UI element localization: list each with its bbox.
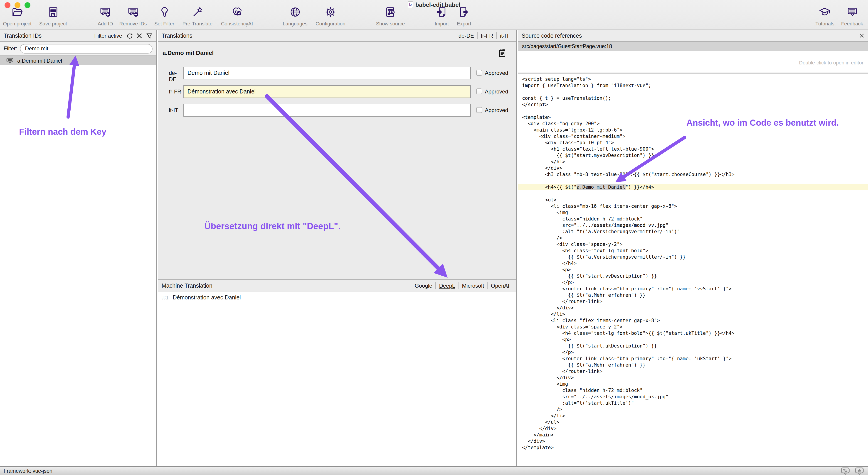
- panel-title: Translation IDs: [4, 32, 41, 39]
- pre-translate-button[interactable]: Pre-Translate: [183, 6, 213, 26]
- file-reference-row[interactable]: src/pages/start/GuestStartPage.vue:18: [518, 42, 868, 51]
- code-line: <h3 class="mb-8 text-blue-900">{{ $t("st…: [522, 171, 868, 177]
- code-line: <div class="container-medium">: [522, 133, 868, 139]
- code-line: />: [522, 235, 868, 241]
- code-line: </h4>: [522, 260, 868, 266]
- rate-app-icon[interactable]: [855, 467, 864, 475]
- code-line: class="hidden h-72 md:block": [522, 387, 868, 393]
- filter-input[interactable]: [20, 44, 153, 53]
- language-label: de-DE: [169, 70, 183, 82]
- set-filter-icon: [158, 12, 170, 20]
- code-line: <div class="space-y-2">: [522, 324, 868, 330]
- code-line: <p>: [522, 336, 868, 342]
- code-line: </p>: [522, 349, 868, 355]
- mt-result-row[interactable]: ⌘1 Démonstration avec Daniel: [161, 295, 241, 301]
- provider-tab-microsoft[interactable]: Microsoft: [459, 282, 487, 289]
- file-reference: src/pages/start/GuestStartPage.vue:18: [522, 43, 612, 49]
- add-id-button[interactable]: Add ID: [98, 6, 113, 26]
- tutorials-button[interactable]: Tutorials: [815, 6, 834, 26]
- show-source-button[interactable]: Show source: [376, 6, 405, 26]
- code-line: <router-link class="btn-primary" :to="{ …: [522, 355, 868, 362]
- consistency-ai-button[interactable]: ConsistencyAI: [221, 6, 253, 26]
- translation-input-fr-fr[interactable]: [183, 85, 471, 98]
- translation-input-it-it[interactable]: [183, 104, 471, 116]
- source-references-panel: Source code references src/pages/start/G…: [518, 30, 868, 466]
- annotation-deepl-note: Übersetzung direkt mit "DeepL".: [204, 221, 340, 231]
- remove-ids-button[interactable]: Remove IDs: [119, 6, 147, 26]
- translation-ids-panel: Translation IDs Filter active Filter: a.…: [0, 30, 157, 466]
- refresh-icon[interactable]: [126, 32, 132, 39]
- translations-header: Translations de-DEfr-FRit-IT: [158, 30, 516, 42]
- code-line: </div>: [522, 165, 868, 171]
- translation-input-de-de[interactable]: [183, 67, 471, 79]
- languages-icon: [289, 12, 301, 20]
- translation-status-icon[interactable]: [841, 467, 850, 475]
- add-id-icon: [99, 12, 112, 20]
- clear-filter-icon[interactable]: [136, 32, 143, 39]
- code-line: </template>: [522, 444, 868, 450]
- code-line: [522, 190, 868, 197]
- code-line: <li class="flex items-center gap-x-8">: [522, 317, 868, 324]
- toolbar-label: ConsistencyAI: [221, 21, 253, 26]
- languages-button[interactable]: Languages: [283, 6, 308, 26]
- code-line: [522, 107, 868, 114]
- feedback-icon: [846, 12, 858, 20]
- toolbar-label: Pre-Translate: [183, 21, 213, 26]
- provider-tab-deepl[interactable]: DeepL: [436, 282, 458, 289]
- filter-funnel-icon[interactable]: [146, 32, 153, 39]
- remove-ids-icon: [127, 12, 139, 20]
- provider-tab-google[interactable]: Google: [411, 282, 435, 289]
- notes-icon[interactable]: [498, 48, 506, 58]
- code-line: <img: [522, 209, 868, 215]
- framework-label: Framework: vue-json: [4, 468, 53, 474]
- code-line: <h4 class="text-lg font-bold">: [522, 247, 868, 253]
- export-button[interactable]: Export: [457, 6, 471, 26]
- pre-translate-icon: [191, 12, 204, 20]
- machine-translation-body: ⌘1 Démonstration avec Daniel: [158, 292, 516, 466]
- translations-panel: Translations de-DEfr-FRit-IT a.Demo mit …: [158, 30, 517, 466]
- code-viewer: <script setup lang="ts">import { useTran…: [518, 73, 868, 466]
- code-line: [522, 177, 868, 184]
- code-line: <h1 class="text-left text-blue-900">: [522, 146, 868, 152]
- code-line: </ul>: [522, 419, 868, 425]
- feedback-button[interactable]: Feedback: [841, 6, 863, 26]
- shortcut-badge: ⌘1: [161, 295, 169, 300]
- save-project-button[interactable]: Save project: [39, 6, 67, 26]
- language-tab-it-it[interactable]: it-IT: [497, 32, 513, 39]
- code-line: <div class="space-y-2">: [522, 241, 868, 247]
- set-filter-button[interactable]: Set Filter: [154, 6, 174, 26]
- annotation-source-note: Ansicht, wo im Code es benutzt wird.: [686, 118, 839, 128]
- document-icon: b: [408, 1, 413, 8]
- code-line: <h4 class="text-lg font-bold">{{ $t("sta…: [522, 330, 868, 336]
- code-line: {{ $t("a.Versicherungsvermittler/-in") }…: [522, 253, 868, 260]
- show-source-icon: [384, 12, 397, 20]
- configuration-icon: [324, 12, 337, 20]
- toolbar: b babel-edit.babel Open projectSave proj…: [0, 0, 868, 30]
- translation-row-it-it: it-IT Approved: [158, 104, 516, 116]
- toolbar-label: Configuration: [316, 21, 345, 26]
- translation-id-item[interactable]: a.Demo mit Daniel: [0, 56, 156, 65]
- code-line: <p>: [522, 266, 868, 273]
- code-line: </div>: [522, 304, 868, 311]
- import-button[interactable]: Import: [435, 6, 449, 26]
- provider-tab-openai[interactable]: OpenAI: [488, 282, 513, 289]
- language-tab-de-de[interactable]: de-DE: [455, 32, 477, 39]
- approved-checkbox[interactable]: [476, 89, 482, 94]
- close-panel-icon[interactable]: [859, 33, 864, 38]
- code-line: {{ $t("start.ukDescription") }}: [522, 342, 868, 349]
- approved-checkbox[interactable]: [476, 107, 482, 113]
- toolbar-label: Tutorials: [815, 21, 834, 26]
- code-line: src="../../assets/images/mood_vv.jpg": [522, 222, 868, 228]
- code-line: </li>: [522, 311, 868, 317]
- configuration-button[interactable]: Configuration: [316, 6, 345, 26]
- translation-ids-header: Translation IDs Filter active: [0, 30, 156, 42]
- code-line: import { useTranslation } from "i18next-…: [522, 82, 868, 89]
- entry-id-title: a.Demo mit Daniel: [162, 49, 214, 56]
- open-project-button[interactable]: Open project: [3, 6, 32, 26]
- code-line: </div>: [522, 425, 868, 432]
- translation-row-de-de: de-DE Approved: [158, 67, 516, 79]
- approved-checkbox[interactable]: [476, 70, 482, 76]
- code-line: <h4>{{ $t("a.Demo mit Daniel") }}</h4>: [518, 184, 868, 190]
- code-line: </main>: [522, 432, 868, 438]
- language-tab-fr-fr[interactable]: fr-FR: [477, 32, 496, 39]
